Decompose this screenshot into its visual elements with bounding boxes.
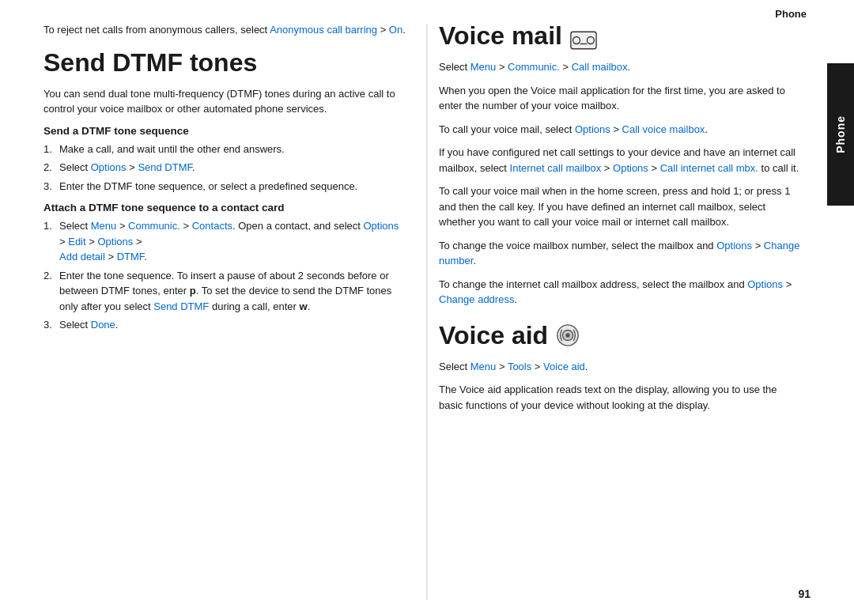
options-link-vm[interactable]: Options [575,123,610,135]
list-item: 2. Enter the tone sequence. To insert a … [43,268,407,315]
subsection1-list: 1. Make a call, and wait until the other… [43,142,407,195]
intro-paragraph: To reject net calls from anonymous calle… [43,22,407,38]
list-item: 3. Enter the DTMF tone sequence, or sele… [43,179,407,195]
menu-link-s2[interactable]: Menu [91,220,117,232]
list-item: 1. Select Menu > Communic. > Contacts. O… [43,218,407,265]
list-num: 3. [43,317,52,333]
list-item: 1. Make a call, and wait until the other… [43,142,407,157]
list-item-text: Enter the DTMF tone sequence, or select … [59,180,357,192]
svg-point-6 [565,333,570,338]
voicemail-icon [570,28,595,45]
options-link-s2a[interactable]: Options [364,220,399,232]
left-column: To reject net calls from anonymous calle… [43,22,407,341]
vm-para2: When you open the Voice mail application… [439,83,803,114]
voice-aid-title: Voice aid [439,322,548,350]
list-num: 2. [43,268,52,284]
list-num: 1. [43,142,52,157]
vm-para7: To change the internet call mailbox addr… [439,277,803,308]
voice-aid-icon [556,323,580,347]
vm-para5: To call your voice mail when in the home… [439,183,803,230]
intro-text-before: To reject net calls from anonymous calle… [43,24,267,36]
add-detail-link-s2[interactable]: Add detail [59,251,105,263]
vm-para4: If you have configured net call settings… [439,145,803,176]
intro-period: . [402,24,406,36]
list-num: 1. [43,218,52,234]
call-mailbox-link[interactable]: Call mailbox [572,61,628,73]
dtmf-description: You can send dual tone multi-frequency (… [43,86,407,117]
page-header: Phone [0,0,854,25]
svg-rect-0 [571,32,596,48]
va-para1: Select Menu > Tools > Voice aid. [439,359,803,375]
on-link[interactable]: On [389,24,402,36]
subsection2-title: Attach a DTMF tone sequence to a contact… [43,202,407,214]
subsection2-list: 1. Select Menu > Communic. > Contacts. O… [43,218,407,333]
options-link-s1[interactable]: Options [91,161,127,173]
s2-item1-text: Select Menu > Communic. > Contacts. Open… [59,220,399,263]
list-item: 3. Select Done. [43,317,407,333]
voice-mail-title: Voice mail [439,22,562,50]
period: . [192,161,195,173]
voice-mail-heading: Voice mail [439,22,803,50]
list-num: 3. [43,179,52,195]
options-link-vm4[interactable]: Options [747,278,783,290]
column-divider [427,24,428,600]
options-link-s2b[interactable]: Options [97,236,133,248]
call-voice-mailbox-link[interactable]: Call voice mailbox [622,123,705,135]
s2-item3-text: Select Done. [59,319,118,331]
communic-link-s2[interactable]: Communic. [128,220,180,232]
side-tab-label: Phone [834,115,847,153]
anonymous-call-barring-link[interactable]: Anonymous call barring [270,24,377,36]
list-num: 2. [43,160,52,176]
header-label: Phone [775,8,807,20]
communic-link-vm[interactable]: Communic. [508,61,560,73]
voice-aid-link[interactable]: Voice aid [543,361,585,372]
edit-link-s2[interactable]: Edit [68,236,85,248]
send-dtmf-link-s2[interactable]: Send DTMF [153,300,209,312]
options-link-vm3[interactable]: Options [716,240,752,251]
list-item-text-before: Select [59,161,91,173]
change-address-link[interactable]: Change address [439,293,514,305]
intro-sep1: > [380,24,389,36]
list-item: 2. Select Options > Send DTMF. [43,160,407,176]
voice-aid-heading: Voice aid [439,322,803,350]
options-link-vm2[interactable]: Options [613,162,648,174]
sep: > [127,161,138,173]
list-item-text: Make a call, and wait until the other en… [59,143,285,155]
vm-para1: Select Menu > Communic. > Call mailbox. [439,59,803,75]
subsection1-title: Send a DTMF tone sequence [43,125,407,137]
done-link-s2[interactable]: Done [91,319,115,331]
side-tab: Phone [827,63,854,206]
va-para2: The Voice aid application reads text on … [439,382,803,413]
vm-para6: To change the voice mailbox number, sele… [439,238,803,269]
internet-call-mailbox-link[interactable]: Internet call mailbox [510,162,602,174]
vm-para3: To call your voice mail, select Options … [439,122,803,138]
menu-link-va[interactable]: Menu [470,361,497,372]
tools-link-va[interactable]: Tools [508,361,531,372]
contacts-link-s2[interactable]: Contacts [192,220,232,232]
send-dtmf-title: Send DTMF tones [43,49,407,77]
send-dtmf-link-s1[interactable]: Send DTMF [138,161,192,173]
page-number: 91 [798,588,811,600]
call-internet-mbx-link[interactable]: Call internet call mbx. [660,162,758,174]
menu-link-vm[interactable]: Menu [470,61,497,73]
right-column: Voice mail Select Menu > Communic. > Cal… [439,22,803,421]
s2-item2-text: Enter the tone sequence. To insert a pau… [59,270,391,312]
dtmf-link-s2[interactable]: DTMF [117,251,145,263]
